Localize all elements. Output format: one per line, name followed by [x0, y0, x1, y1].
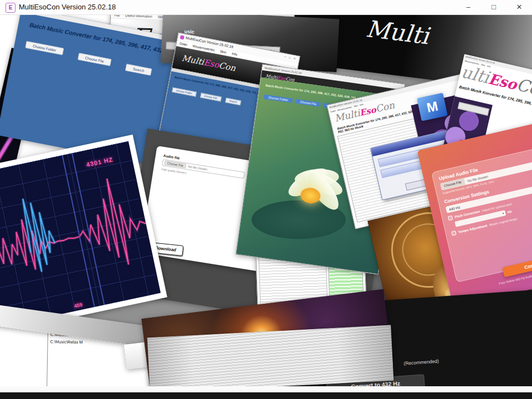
checkbox-icon	[448, 216, 453, 221]
waveform-screen: 4301 HZ 459	[0, 141, 161, 327]
search-button: Search	[125, 64, 152, 76]
window-title: MultiEsoCon Version 25.02.18	[19, 0, 116, 14]
banner-logo-script: Multi	[365, 15, 431, 50]
recommended-label: (Recommended)	[403, 358, 439, 366]
choose-folder-button: Choose Folder	[264, 95, 293, 103]
multiesocon-window: Multi M 439 MultiEsoCon Version 25.02.18…	[0, 0, 532, 399]
checkbox-icon	[451, 231, 457, 236]
dropdown-arrow-icon: ▾	[502, 212, 504, 215]
german-window-controls: – □ ✕	[284, 55, 298, 60]
waveform-svg	[0, 141, 161, 327]
choose-file-chip: Choose File	[164, 161, 186, 168]
hz-suffix: Hz	[507, 209, 512, 213]
choose-file-button: Choose File	[78, 53, 112, 66]
choose-folder-button: Choose Folder	[25, 41, 64, 55]
banner-script-logo: MultiEsoCon	[181, 53, 236, 73]
bottom-dark-strip	[0, 392, 532, 399]
german-app-icon	[180, 35, 185, 39]
minimize-button[interactable]: –	[456, 0, 481, 14]
search-button: Search	[225, 98, 241, 105]
window-controls: – □ ✕	[456, 0, 532, 14]
upload-card: Upload Audio File Choose File No file ch…	[431, 143, 532, 283]
choose-folder-button: Choose Folder	[172, 87, 196, 96]
choose-file-button: Choose File	[295, 99, 321, 107]
choose-file-button: Choose File	[200, 93, 222, 101]
file-path-row: C:\Music\Relax M	[50, 339, 83, 345]
app-icon: E	[6, 3, 16, 13]
close-button[interactable]: ✕	[507, 0, 532, 14]
maximize-button[interactable]: □	[481, 0, 507, 14]
no-file-text: No file chosen	[188, 165, 207, 171]
german-buttons: Choose Folder Choose File Search	[172, 87, 241, 105]
titlebar: E MultiEsoCon Version 25.02.18	[0, 0, 532, 15]
